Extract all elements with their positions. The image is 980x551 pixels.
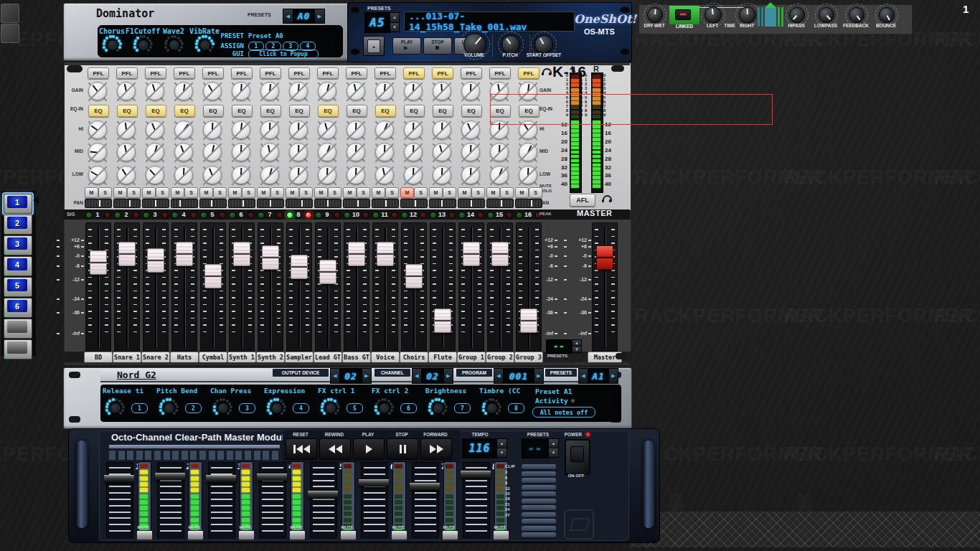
mixer-mute-button-ch9[interactable]: M: [314, 187, 328, 198]
oneshot-play-button[interactable]: PLAY: [392, 37, 421, 55]
mixer-pfl-button-ch6[interactable]: PFL: [231, 67, 253, 79]
octo-fader-ch8-cap[interactable]: [461, 471, 491, 478]
mixer-solo-button-ch9[interactable]: S: [328, 187, 341, 198]
mixer-solo-button-ch5[interactable]: S: [213, 187, 227, 198]
mixer-channel-name-ch8[interactable]: Sampler: [285, 352, 314, 363]
nord-assign-button-1[interactable]: 1: [131, 403, 148, 413]
mixer-mute-button-ch12[interactable]: M: [400, 187, 414, 198]
mixer-mute-button-ch3[interactable]: M: [142, 187, 156, 198]
mixer-fader-ch1-cap[interactable]: [90, 250, 107, 275]
mixer-pfl-button-ch14[interactable]: PFL: [461, 67, 482, 79]
mixer-hi-knob-ch13[interactable]: [430, 118, 453, 141]
octo-mute-button-ch6[interactable]: [391, 530, 407, 540]
mixer-mid-knob-ch12[interactable]: [402, 141, 425, 164]
mixer-solo-button-ch8[interactable]: S: [299, 187, 313, 198]
mixer-mute-button-ch10[interactable]: M: [343, 187, 357, 198]
mixer-mute-button-ch16[interactable]: M: [515, 187, 529, 198]
nord-knob-6[interactable]: [373, 397, 395, 418]
mixer-eq-button-ch9[interactable]: EQ: [318, 105, 339, 117]
nord-assign-button-7[interactable]: 7: [454, 403, 471, 413]
octo-reset-button[interactable]: [286, 438, 317, 460]
mixer-pan-slider-ch12[interactable]: [400, 199, 428, 208]
nord-knob-2[interactable]: [158, 397, 179, 418]
mixer-fader-ch10-cap[interactable]: [348, 242, 365, 266]
nord-channel-prev-button[interactable]: ◀: [412, 368, 422, 384]
mixer-fader-ch8-cap[interactable]: [291, 255, 308, 279]
mixer-presets-down-button[interactable]: ▼: [572, 346, 582, 353]
octo-mute-button-ch1[interactable]: [136, 530, 153, 540]
mixer-mute-button-ch13[interactable]: M: [429, 187, 443, 198]
mixer-solo-button-ch1[interactable]: S: [98, 187, 112, 198]
mixer-solo-button-ch15[interactable]: S: [500, 187, 514, 198]
dominator-knob-chorus[interactable]: [101, 34, 123, 55]
mixer-gain-knob-ch9[interactable]: [316, 80, 339, 103]
octo-mute-button-ch4[interactable]: [289, 530, 306, 540]
mixer-channel-name-ch13[interactable]: Flute: [428, 352, 457, 363]
octo-mute-button-ch5[interactable]: [340, 530, 357, 540]
mixer-channel-name-ch14[interactable]: Group 1: [457, 352, 486, 363]
nord-knob-4[interactable]: [265, 397, 287, 418]
mixer-mute-button-ch15[interactable]: M: [486, 187, 500, 198]
mixer-hi-knob-ch12[interactable]: [402, 118, 425, 141]
mixer-eq-button-ch7[interactable]: EQ: [260, 105, 281, 117]
mixer-channel-name-ch7[interactable]: Synth 2: [256, 352, 285, 363]
mixer-pan-slider-ch11[interactable]: [372, 199, 399, 208]
mixer-mid-knob-ch8[interactable]: [287, 141, 310, 164]
mixer-solo-button-ch2[interactable]: S: [127, 187, 141, 198]
mixer-mid-knob-ch6[interactable]: [230, 141, 253, 164]
mixer-pan-slider-ch1[interactable]: [85, 199, 112, 208]
nord-assign-button-3[interactable]: 3: [239, 403, 255, 413]
mixer-hi-knob-ch1[interactable]: [86, 118, 109, 141]
octo-fader-ch6-cap[interactable]: [359, 479, 389, 486]
mixer-eq-button-ch13[interactable]: EQ: [433, 105, 453, 117]
nord-knob-5[interactable]: [319, 397, 341, 418]
mixer-low-knob-ch2[interactable]: [115, 164, 138, 187]
mixer-pfl-button-ch15[interactable]: PFL: [489, 67, 511, 79]
mixer-gain-knob-ch10[interactable]: [344, 80, 367, 103]
mixer-low-knob-ch1[interactable]: [86, 164, 109, 187]
mixer-low-knob-ch13[interactable]: [430, 164, 453, 187]
mixer-mid-knob-ch16[interactable]: [517, 141, 540, 164]
mixer-hi-knob-ch2[interactable]: [115, 118, 138, 141]
workspace-slot-7[interactable]: [4, 319, 32, 339]
mixer-low-knob-ch14[interactable]: [459, 164, 482, 187]
mixer-channel-name-ch2[interactable]: Snare 1: [113, 352, 141, 363]
mixer-eq-button-ch1[interactable]: EQ: [88, 105, 109, 117]
mixer-fader-ch11-cap[interactable]: [377, 242, 394, 266]
mixer-hi-knob-ch11[interactable]: [373, 118, 396, 141]
mixer-hi-knob-ch8[interactable]: [287, 118, 310, 141]
mixer-fader-ch9-cap[interactable]: [319, 260, 336, 284]
mixer-low-knob-ch3[interactable]: [143, 164, 166, 187]
mixer-fader-ch15-cap[interactable]: [491, 242, 509, 266]
mixer-gain-knob-ch12[interactable]: [402, 80, 425, 103]
minimized-module-tab[interactable]: [1, 24, 19, 43]
mixer-fader-ch13-cap[interactable]: [434, 309, 451, 333]
mixer-mute-button-ch14[interactable]: M: [458, 187, 471, 198]
mixer-pan-slider-ch16[interactable]: [515, 199, 542, 208]
mixer-pfl-button-ch2[interactable]: PFL: [116, 67, 138, 79]
mixer-gain-knob-ch1[interactable]: [86, 80, 109, 103]
mixer-solo-button-ch14[interactable]: S: [471, 187, 485, 198]
mixer-channel-name-ch4[interactable]: Hats: [170, 352, 199, 363]
nord-knob-8[interactable]: [481, 397, 502, 418]
octo-fader-ch7-cap[interactable]: [410, 483, 440, 490]
mixer-mid-knob-ch2[interactable]: [115, 141, 138, 164]
mixer-solo-button-ch16[interactable]: S: [529, 187, 542, 198]
nord-assign-button-4[interactable]: 4: [293, 403, 309, 413]
oneshot-preset-down-button[interactable]: ▼: [390, 22, 400, 33]
mixer-low-knob-ch4[interactable]: [172, 164, 195, 187]
mixer-gain-knob-ch7[interactable]: [258, 80, 281, 103]
mixer-eq-button-ch8[interactable]: EQ: [289, 105, 310, 117]
nord-assign-button-5[interactable]: 5: [347, 403, 363, 413]
nord-all-notes-off-button[interactable]: All notes off: [532, 407, 595, 418]
mixer-channel-name-ch11[interactable]: Voice: [371, 352, 400, 363]
delay-linked-button[interactable]: [675, 9, 691, 20]
mixer-solo-button-ch3[interactable]: S: [156, 187, 169, 198]
octo-play-button[interactable]: [353, 438, 385, 460]
mixer-eq-button-ch2[interactable]: EQ: [117, 105, 138, 117]
mixer-solo-button-ch4[interactable]: S: [184, 187, 198, 198]
nord-assign-button-6[interactable]: 6: [400, 403, 417, 413]
mixer-mid-knob-ch9[interactable]: [316, 141, 339, 164]
octo-power-button[interactable]: [565, 439, 590, 475]
mixer-pan-slider-ch15[interactable]: [486, 199, 514, 208]
